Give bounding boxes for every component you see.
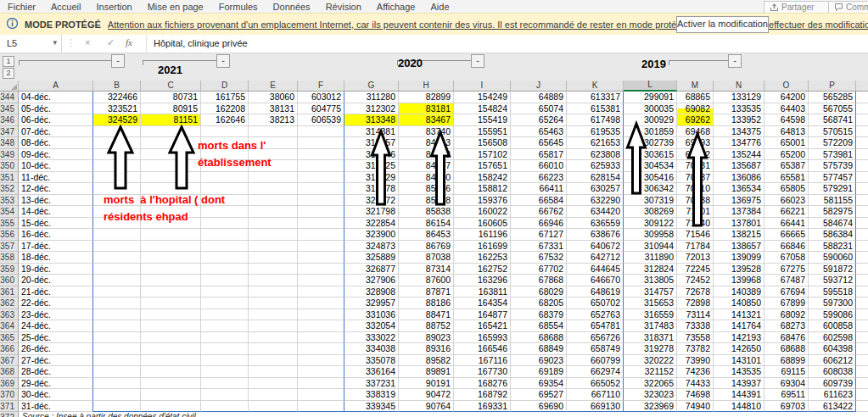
cell[interactable]: 64889	[511, 92, 567, 103]
cell[interactable]: 325889	[344, 252, 399, 264]
cell[interactable]: 64598	[764, 114, 809, 126]
cell[interactable]: 570515	[809, 126, 856, 138]
cell[interactable]: 591872	[809, 264, 856, 275]
cell[interactable]: 162646	[201, 114, 249, 126]
cell[interactable]	[856, 206, 868, 218]
cell[interactable]: 323969	[624, 401, 677, 413]
cell[interactable]: 158242	[454, 172, 511, 184]
cell[interactable]: 309122	[624, 218, 677, 230]
cell[interactable]: 308269	[624, 206, 677, 218]
cell[interactable]: 314757	[624, 286, 677, 298]
cell[interactable]: 73114	[677, 309, 714, 321]
cell[interactable]: 90191	[399, 378, 454, 390]
cell[interactable]	[298, 343, 344, 355]
cell[interactable]	[201, 160, 249, 172]
cell[interactable]: 18-déc.	[19, 252, 93, 264]
cell[interactable]: 154249	[454, 92, 511, 103]
cell[interactable]	[201, 218, 249, 230]
cell[interactable]: 168792	[454, 389, 511, 401]
cell[interactable]: 89023	[399, 332, 454, 344]
cell[interactable]: 24-déc.	[19, 320, 93, 332]
cell[interactable]: 311280	[344, 92, 399, 103]
cell[interactable]	[93, 218, 141, 230]
row-header-370[interactable]: 370	[0, 389, 19, 401]
cell[interactable]	[93, 183, 141, 195]
cell[interactable]: 65264	[511, 114, 567, 126]
cell[interactable]: 606539	[298, 114, 344, 126]
cell[interactable]: 319878	[344, 183, 399, 195]
formula-bar-splitter[interactable]: ⋮	[66, 37, 76, 48]
row-header-372[interactable]: 372	[0, 412, 19, 417]
cell[interactable]	[93, 206, 141, 218]
cell[interactable]: 69262	[677, 114, 714, 126]
cell[interactable]	[201, 149, 249, 161]
cell[interactable]	[298, 160, 344, 172]
cell[interactable]	[856, 366, 868, 378]
column-header-K[interactable]: K	[567, 81, 624, 92]
cell[interactable]: 640672	[567, 241, 624, 253]
cell[interactable]: 29-déc.	[19, 378, 93, 390]
cell[interactable]: 69304	[764, 378, 809, 390]
cell[interactable]: 68688	[511, 332, 567, 344]
cell[interactable]: 604775	[298, 103, 344, 115]
row-header-358[interactable]: 358	[0, 252, 19, 264]
outline-level-1-button[interactable]: 1	[3, 56, 14, 67]
cell[interactable]	[249, 229, 298, 241]
cell[interactable]	[856, 172, 868, 184]
cell[interactable]	[201, 309, 249, 321]
cell[interactable]: 660799	[567, 355, 624, 367]
cell[interactable]: 162208	[201, 103, 249, 115]
column-header-P[interactable]: P	[809, 81, 856, 92]
cell[interactable]: 65805	[764, 183, 809, 195]
cell[interactable]: 25-déc.	[19, 332, 93, 344]
row-header-345[interactable]: 345	[0, 103, 19, 115]
cell[interactable]	[249, 401, 298, 413]
cell[interactable]: 139528	[714, 264, 764, 275]
cell[interactable]	[141, 275, 201, 286]
cell[interactable]: 70131	[677, 160, 714, 172]
cell[interactable]: 65074	[511, 103, 567, 115]
cell[interactable]	[856, 229, 868, 241]
cell[interactable]: 317625	[344, 160, 399, 172]
cell[interactable]	[856, 183, 868, 195]
cell[interactable]: 140850	[714, 297, 764, 309]
cell[interactable]: 161755	[201, 92, 249, 103]
cell[interactable]	[201, 229, 249, 241]
cell[interactable]: 89891	[399, 366, 454, 378]
cell[interactable]: 604398	[809, 343, 856, 355]
cell[interactable]	[201, 137, 249, 149]
cell[interactable]: 301859	[624, 126, 677, 138]
column-header-A[interactable]: A	[19, 81, 93, 92]
cell[interactable]: 162253	[454, 252, 511, 264]
cell[interactable]: 669130	[567, 401, 624, 413]
cell[interactable]: 84647	[399, 160, 454, 172]
row-header-359[interactable]: 359	[0, 264, 19, 275]
select-all-button[interactable]	[0, 81, 19, 92]
cell[interactable]: 307319	[624, 195, 677, 207]
cell[interactable]	[93, 137, 141, 149]
cell[interactable]: 332054	[344, 320, 399, 332]
cell[interactable]: 20-déc.	[19, 275, 93, 286]
cell[interactable]	[856, 343, 868, 355]
ribbon-tab-accueil[interactable]: Accueil	[43, 2, 88, 12]
cell[interactable]: 319278	[624, 343, 677, 355]
cell[interactable]: 67899	[764, 297, 809, 309]
cell[interactable]: 69023	[511, 355, 567, 367]
cell[interactable]: 137384	[714, 206, 764, 218]
cell[interactable]	[141, 401, 201, 413]
cell[interactable]: 140389	[714, 286, 764, 298]
cell[interactable]	[93, 241, 141, 253]
cell[interactable]: 323023	[624, 389, 677, 401]
cell[interactable]	[249, 172, 298, 184]
row-header-363[interactable]: 363	[0, 309, 19, 321]
cell[interactable]: 164354	[454, 297, 511, 309]
cell[interactable]	[298, 149, 344, 161]
cell[interactable]: 86154	[399, 218, 454, 230]
cell[interactable]: 04-déc.	[19, 92, 93, 103]
cell[interactable]: 144810	[714, 401, 764, 413]
cell[interactable]: 66584	[511, 195, 567, 207]
cell[interactable]: 65387	[764, 160, 809, 172]
cell[interactable]	[856, 103, 868, 115]
cell[interactable]	[141, 229, 201, 241]
cell[interactable]	[93, 149, 141, 161]
